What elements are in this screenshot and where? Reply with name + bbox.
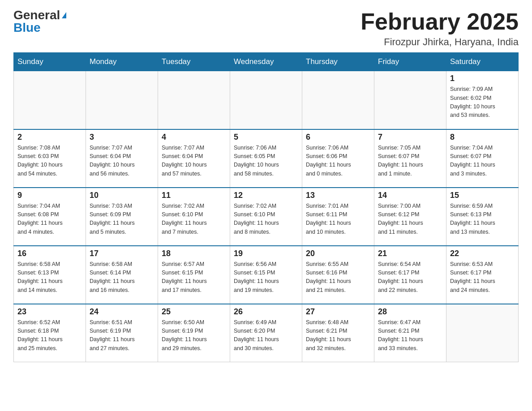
day-number: 26 (234, 307, 298, 317)
day-info: Sunrise: 7:02 AM Sunset: 6:10 PM Dayligh… (162, 202, 226, 237)
day-info: Sunrise: 6:50 AM Sunset: 6:19 PM Dayligh… (162, 318, 226, 353)
day-info: Sunrise: 7:05 AM Sunset: 6:07 PM Dayligh… (378, 144, 442, 179)
logo-triangle-icon (62, 12, 66, 18)
weekday-header-wednesday: Wednesday (230, 53, 302, 71)
day-info: Sunrise: 6:49 AM Sunset: 6:20 PM Dayligh… (234, 318, 298, 353)
day-info: Sunrise: 7:02 AM Sunset: 6:10 PM Dayligh… (234, 202, 298, 237)
day-cell: 21Sunrise: 6:54 AM Sunset: 6:17 PM Dayli… (374, 246, 446, 304)
logo-general-text: General (13, 9, 60, 21)
day-cell: 15Sunrise: 6:59 AM Sunset: 6:13 PM Dayli… (446, 188, 519, 246)
day-cell: 19Sunrise: 6:56 AM Sunset: 6:15 PM Dayli… (230, 246, 302, 304)
weekday-header-sunday: Sunday (14, 53, 86, 71)
day-cell: 13Sunrise: 7:01 AM Sunset: 6:11 PM Dayli… (302, 188, 374, 246)
weekday-header-saturday: Saturday (446, 53, 519, 71)
day-cell (86, 71, 158, 129)
day-cell: 6Sunrise: 7:06 AM Sunset: 6:06 PM Daylig… (302, 129, 374, 188)
week-row-4: 16Sunrise: 6:58 AM Sunset: 6:13 PM Dayli… (14, 246, 519, 304)
day-info: Sunrise: 6:58 AM Sunset: 6:14 PM Dayligh… (90, 260, 154, 295)
day-number: 4 (162, 133, 226, 142)
day-number: 9 (17, 191, 82, 200)
page-header: General Blue February 2025 Firozpur Jhir… (13, 9, 519, 48)
calendar-table: SundayMondayTuesdayWednesdayThursdayFrid… (13, 52, 519, 362)
day-cell: 4Sunrise: 7:07 AM Sunset: 6:04 PM Daylig… (158, 129, 230, 188)
day-cell: 27Sunrise: 6:48 AM Sunset: 6:21 PM Dayli… (302, 304, 374, 362)
day-cell: 18Sunrise: 6:57 AM Sunset: 6:15 PM Dayli… (158, 246, 230, 304)
day-cell: 16Sunrise: 6:58 AM Sunset: 6:13 PM Dayli… (14, 246, 86, 304)
day-info: Sunrise: 6:59 AM Sunset: 6:13 PM Dayligh… (450, 202, 515, 237)
day-cell: 3Sunrise: 7:07 AM Sunset: 6:04 PM Daylig… (86, 129, 158, 188)
day-info: Sunrise: 6:56 AM Sunset: 6:15 PM Dayligh… (234, 260, 298, 295)
day-info: Sunrise: 7:04 AM Sunset: 6:07 PM Dayligh… (450, 144, 515, 179)
day-number: 11 (162, 191, 226, 200)
day-cell: 10Sunrise: 7:03 AM Sunset: 6:09 PM Dayli… (86, 188, 158, 246)
day-cell (302, 71, 374, 129)
weekday-header-tuesday: Tuesday (158, 53, 230, 71)
day-info: Sunrise: 7:06 AM Sunset: 6:06 PM Dayligh… (306, 144, 370, 179)
day-number: 13 (306, 191, 370, 200)
day-number: 12 (234, 191, 298, 200)
day-info: Sunrise: 6:48 AM Sunset: 6:21 PM Dayligh… (306, 318, 370, 353)
logo: General Blue (13, 9, 66, 34)
title-section: February 2025 Firozpur Jhirka, Haryana, … (360, 9, 519, 48)
day-cell: 24Sunrise: 6:51 AM Sunset: 6:19 PM Dayli… (86, 304, 158, 362)
day-number: 10 (90, 191, 154, 200)
day-cell: 22Sunrise: 6:53 AM Sunset: 6:17 PM Dayli… (446, 246, 519, 304)
day-number: 22 (450, 249, 515, 258)
day-cell: 9Sunrise: 7:04 AM Sunset: 6:08 PM Daylig… (14, 188, 86, 246)
day-info: Sunrise: 7:09 AM Sunset: 6:02 PM Dayligh… (450, 85, 515, 120)
day-number: 8 (450, 133, 515, 142)
weekday-header-thursday: Thursday (302, 53, 374, 71)
day-cell: 7Sunrise: 7:05 AM Sunset: 6:07 PM Daylig… (374, 129, 446, 188)
day-info: Sunrise: 6:58 AM Sunset: 6:13 PM Dayligh… (17, 260, 82, 295)
week-row-2: 2Sunrise: 7:08 AM Sunset: 6:03 PM Daylig… (14, 129, 519, 188)
day-cell: 14Sunrise: 7:00 AM Sunset: 6:12 PM Dayli… (374, 188, 446, 246)
day-number: 20 (306, 249, 370, 258)
day-info: Sunrise: 6:47 AM Sunset: 6:21 PM Dayligh… (378, 318, 442, 353)
day-info: Sunrise: 6:55 AM Sunset: 6:16 PM Dayligh… (306, 260, 370, 295)
week-row-1: 1Sunrise: 7:09 AM Sunset: 6:02 PM Daylig… (14, 71, 519, 129)
day-cell (158, 71, 230, 129)
day-number: 16 (17, 249, 82, 258)
day-info: Sunrise: 7:07 AM Sunset: 6:04 PM Dayligh… (90, 144, 154, 179)
day-number: 18 (162, 249, 226, 258)
day-cell: 26Sunrise: 6:49 AM Sunset: 6:20 PM Dayli… (230, 304, 302, 362)
day-number: 17 (90, 249, 154, 258)
day-number: 5 (234, 133, 298, 142)
weekday-header-monday: Monday (86, 53, 158, 71)
week-row-5: 23Sunrise: 6:52 AM Sunset: 6:18 PM Dayli… (14, 304, 519, 362)
day-info: Sunrise: 6:53 AM Sunset: 6:17 PM Dayligh… (450, 260, 515, 295)
day-cell (14, 71, 86, 129)
day-cell: 25Sunrise: 6:50 AM Sunset: 6:19 PM Dayli… (158, 304, 230, 362)
day-info: Sunrise: 7:03 AM Sunset: 6:09 PM Dayligh… (90, 202, 154, 237)
week-row-3: 9Sunrise: 7:04 AM Sunset: 6:08 PM Daylig… (14, 188, 519, 246)
day-number: 7 (378, 133, 442, 142)
day-info: Sunrise: 7:01 AM Sunset: 6:11 PM Dayligh… (306, 202, 370, 237)
day-info: Sunrise: 7:00 AM Sunset: 6:12 PM Dayligh… (378, 202, 442, 237)
day-cell: 23Sunrise: 6:52 AM Sunset: 6:18 PM Dayli… (14, 304, 86, 362)
day-cell: 5Sunrise: 7:06 AM Sunset: 6:05 PM Daylig… (230, 129, 302, 188)
day-cell: 28Sunrise: 6:47 AM Sunset: 6:21 PM Dayli… (374, 304, 446, 362)
day-cell: 8Sunrise: 7:04 AM Sunset: 6:07 PM Daylig… (446, 129, 519, 188)
day-info: Sunrise: 7:07 AM Sunset: 6:04 PM Dayligh… (162, 144, 226, 179)
day-number: 24 (90, 307, 154, 317)
day-info: Sunrise: 6:54 AM Sunset: 6:17 PM Dayligh… (378, 260, 442, 295)
day-info: Sunrise: 6:57 AM Sunset: 6:15 PM Dayligh… (162, 260, 226, 295)
day-cell (374, 71, 446, 129)
day-number: 21 (378, 249, 442, 258)
calendar-title: February 2025 (360, 9, 519, 34)
day-number: 19 (234, 249, 298, 258)
day-info: Sunrise: 7:04 AM Sunset: 6:08 PM Dayligh… (17, 202, 82, 237)
day-cell: 20Sunrise: 6:55 AM Sunset: 6:16 PM Dayli… (302, 246, 374, 304)
day-info: Sunrise: 6:51 AM Sunset: 6:19 PM Dayligh… (90, 318, 154, 353)
day-info: Sunrise: 7:06 AM Sunset: 6:05 PM Dayligh… (234, 144, 298, 179)
day-number: 28 (378, 307, 442, 317)
day-number: 25 (162, 307, 226, 317)
day-info: Sunrise: 6:52 AM Sunset: 6:18 PM Dayligh… (17, 318, 82, 353)
day-number: 6 (306, 133, 370, 142)
day-number: 3 (90, 133, 154, 142)
day-number: 2 (17, 133, 82, 142)
day-cell: 1Sunrise: 7:09 AM Sunset: 6:02 PM Daylig… (446, 71, 519, 129)
day-number: 14 (378, 191, 442, 200)
day-info: Sunrise: 7:08 AM Sunset: 6:03 PM Dayligh… (17, 144, 82, 179)
weekday-header-friday: Friday (374, 53, 446, 71)
